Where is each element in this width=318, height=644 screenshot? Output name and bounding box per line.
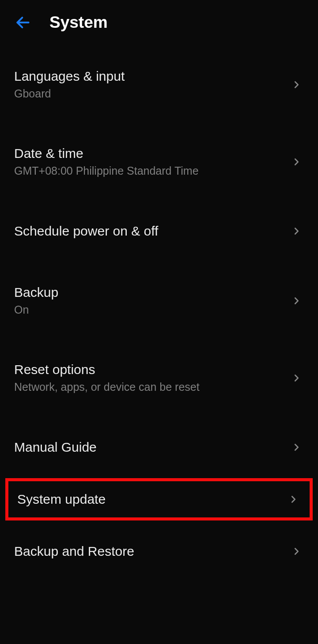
- item-content: Manual Guide: [14, 440, 292, 455]
- item-label: Schedule power on & off: [14, 224, 292, 239]
- chevron-right-icon: [292, 157, 301, 167]
- list-item-backup-restore[interactable]: Backup and Restore: [0, 531, 318, 572]
- spacer: [0, 329, 318, 350]
- list-item-reset[interactable]: Reset options Network, apps, or device c…: [0, 350, 318, 406]
- settings-list: Languages & input Gboard Date & time GMT…: [0, 42, 318, 572]
- item-content: System update: [17, 492, 288, 507]
- item-subtitle: GMT+08:00 Philippine Standard Time: [14, 165, 292, 177]
- spacer: [0, 251, 318, 273]
- spacer: [0, 406, 318, 427]
- spacer: [0, 468, 318, 478]
- item-label: Manual Guide: [14, 440, 292, 455]
- highlight-annotation: System update: [5, 478, 313, 520]
- item-subtitle: On: [14, 303, 292, 316]
- chevron-right-icon: [292, 547, 301, 556]
- item-content: Backup On: [14, 285, 292, 316]
- chevron-right-icon: [292, 80, 301, 90]
- header: System: [0, 0, 318, 42]
- item-label: Date & time: [14, 146, 292, 161]
- chevron-right-icon: [288, 494, 298, 504]
- arrow-left-icon: [15, 14, 31, 31]
- item-label: Reset options: [14, 362, 292, 377]
- spacer: [0, 520, 318, 531]
- item-label: System update: [17, 492, 288, 507]
- item-content: Backup and Restore: [14, 544, 292, 559]
- page-title: System: [49, 13, 108, 32]
- list-item-manual-guide[interactable]: Manual Guide: [0, 427, 318, 468]
- item-content: Reset options Network, apps, or device c…: [14, 362, 292, 393]
- list-item-backup[interactable]: Backup On: [0, 273, 318, 329]
- item-subtitle: Network, apps, or device can be reset: [14, 381, 292, 393]
- list-item-system-update[interactable]: System update: [8, 481, 310, 517]
- item-subtitle: Gboard: [14, 87, 292, 100]
- item-label: Languages & input: [14, 69, 292, 84]
- chevron-right-icon: [292, 226, 301, 236]
- item-label: Backup: [14, 285, 292, 300]
- spacer: [0, 112, 318, 134]
- item-content: Languages & input Gboard: [14, 69, 292, 100]
- item-label: Backup and Restore: [14, 544, 292, 559]
- list-item-languages[interactable]: Languages & input Gboard: [0, 56, 318, 112]
- chevron-right-icon: [292, 442, 301, 452]
- list-item-schedule-power[interactable]: Schedule power on & off: [0, 211, 318, 251]
- item-content: Schedule power on & off: [14, 224, 292, 239]
- list-item-datetime[interactable]: Date & time GMT+08:00 Philippine Standar…: [0, 134, 318, 190]
- chevron-right-icon: [292, 296, 301, 306]
- back-button[interactable]: [14, 14, 32, 31]
- item-content: Date & time GMT+08:00 Philippine Standar…: [14, 146, 292, 177]
- spacer: [0, 190, 318, 211]
- chevron-right-icon: [292, 373, 301, 383]
